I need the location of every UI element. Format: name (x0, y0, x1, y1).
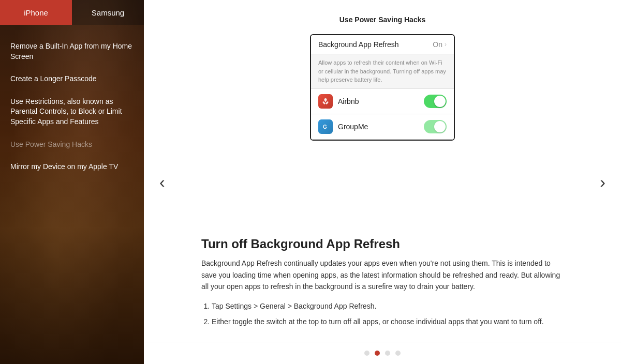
article-steps: Tap Settings > General > Background App … (201, 300, 564, 328)
sidebar-item-power-saving[interactable]: Use Power Saving Hacks (0, 133, 144, 156)
svg-text:G: G (323, 124, 327, 130)
chevron-icon: › (445, 41, 447, 48)
dot-4[interactable] (395, 351, 401, 356)
prev-arrow[interactable]: ‹ (154, 168, 170, 197)
tab-samsung[interactable]: Samsung (72, 0, 144, 25)
app-row-groupme: G GroupMe (311, 114, 454, 140)
dot-1[interactable] (364, 351, 369, 356)
app-name-groupme: GroupMe (338, 123, 368, 131)
next-arrow[interactable]: › (595, 168, 611, 197)
sidebar-navigation: Remove a Built-In App from my Home Scree… (0, 25, 144, 189)
dot-2[interactable] (375, 351, 380, 356)
setting-value: On › (433, 40, 447, 49)
section-title: Use Power Saving Hacks (339, 16, 426, 24)
sidebar-item-restrictions[interactable]: Use Restrictions, also known as Parental… (0, 90, 144, 133)
setting-label: Background App Refresh (318, 40, 399, 49)
app-info-airbnb: Airbnb (318, 94, 359, 109)
toggle-groupme[interactable] (424, 120, 447, 133)
sidebar: iPhone Samsung Remove a Built-In App fro… (0, 0, 144, 364)
phone-mockup: Background App Refresh On › Allow apps t… (310, 34, 455, 141)
setting-description: Allow apps to refresh their content when… (311, 54, 454, 89)
groupme-icon: G (318, 119, 333, 134)
app-info-groupme: G GroupMe (318, 119, 368, 134)
sidebar-tabs: iPhone Samsung (0, 0, 144, 25)
toggle-knob-airbnb (434, 96, 446, 107)
step-1: Tap Settings > General > Background App … (212, 300, 564, 313)
tab-iphone[interactable]: iPhone (0, 0, 72, 25)
dot-3[interactable] (385, 351, 390, 356)
setting-row-background-refresh: Background App Refresh On › (311, 35, 454, 54)
step-2: Either toggle the switch at the top to t… (212, 316, 564, 328)
toggle-knob-groupme (434, 121, 446, 132)
sidebar-item-mirror-device[interactable]: Mirror my Device on my Apple TV (0, 156, 144, 178)
app-row-airbnb: Airbnb (311, 89, 454, 114)
article-body: Background App Refresh continually updat… (201, 257, 564, 292)
airbnb-icon (318, 94, 333, 109)
sidebar-item-longer-passcode[interactable]: Create a Longer Passcode (0, 68, 144, 90)
dots-navigation (144, 342, 621, 364)
main-content: Use Power Saving Hacks Background App Re… (144, 0, 621, 364)
content-area: Use Power Saving Hacks Background App Re… (144, 0, 621, 237)
toggle-airbnb[interactable] (424, 95, 447, 108)
article-title: Turn off Background App Refresh (201, 237, 564, 251)
sidebar-item-remove-app[interactable]: Remove a Built-In App from my Home Scree… (0, 35, 144, 68)
article-content: Turn off Background App Refresh Backgrou… (150, 237, 615, 342)
app-name-airbnb: Airbnb (338, 97, 359, 105)
